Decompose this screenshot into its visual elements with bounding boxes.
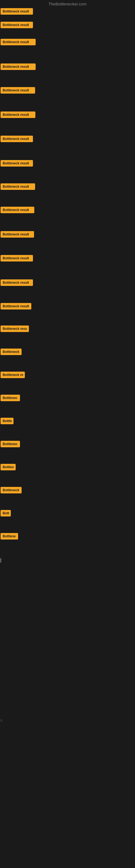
site-title: TheBottlenecker.com	[49, 2, 87, 6]
small-char: 0	[1, 719, 2, 722]
bottleneck-badge-6[interactable]: Bottleneck result	[1, 112, 35, 118]
bottleneck-badge-22[interactable]: Bottleneck	[1, 487, 21, 493]
bottleneck-badge-1[interactable]: Bottleneck result	[1, 8, 33, 14]
bottleneck-badge-17[interactable]: Bottleneck re	[1, 372, 25, 378]
bottleneck-badge-8[interactable]: Bottleneck result	[1, 160, 33, 166]
bottleneck-badge-5[interactable]: Bottleneck result	[1, 87, 35, 94]
bottleneck-badge-14[interactable]: Bottleneck result	[1, 303, 31, 310]
bottleneck-badge-20[interactable]: Bottlenec	[1, 441, 20, 447]
bottleneck-badge-19[interactable]: Bottle	[1, 418, 13, 424]
bottleneck-badge-4[interactable]: Bottleneck result	[1, 63, 36, 70]
bottleneck-badge-23[interactable]: Bott	[1, 510, 11, 517]
bottleneck-badge-18[interactable]: Bottlenec	[1, 395, 20, 401]
bottleneck-badge-12[interactable]: Bottleneck result	[1, 255, 33, 261]
bottleneck-badge-24[interactable]: Bottlene	[1, 533, 18, 539]
bottleneck-badge-13[interactable]: Bottleneck result	[1, 279, 33, 286]
page-wrapper: TheBottlenecker.com Bottleneck resultBot…	[0, 0, 135, 868]
bottleneck-badge-16[interactable]: Bottleneck	[1, 348, 21, 355]
bottleneck-badge-21[interactable]: Bottlen	[1, 464, 16, 470]
bottleneck-badge-7[interactable]: Bottleneck result	[1, 135, 33, 142]
bottleneck-badge-15[interactable]: Bottleneck resu	[1, 326, 29, 332]
bottleneck-badge-9[interactable]: Bottleneck result	[1, 183, 35, 190]
bottleneck-badge-11[interactable]: Bottleneck result	[1, 231, 34, 238]
text-cursor	[1, 558, 1, 563]
bottleneck-badge-2[interactable]: Bottleneck result	[1, 22, 33, 28]
bottleneck-badge-10[interactable]: Bottleneck result	[1, 207, 34, 213]
bottleneck-badge-3[interactable]: Bottleneck result	[1, 39, 36, 45]
site-header: TheBottlenecker.com	[0, 0, 135, 9]
